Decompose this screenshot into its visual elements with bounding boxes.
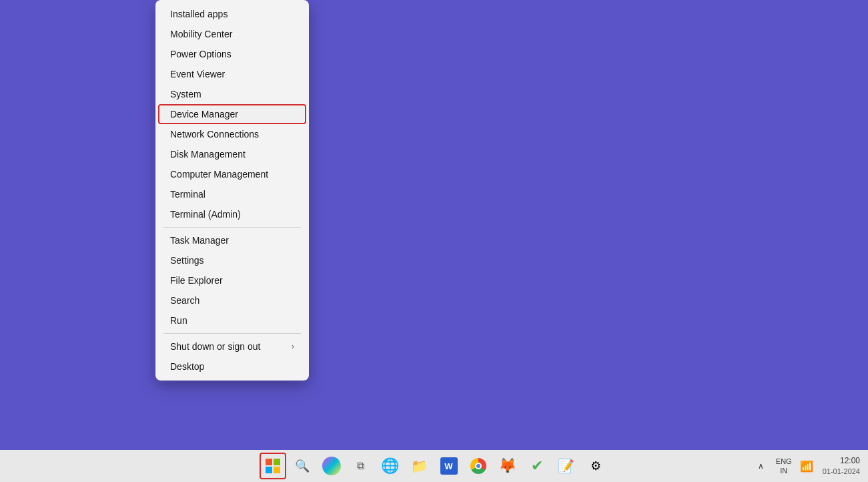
- menu-item-label-network-connections: Network Connections: [170, 129, 259, 140]
- menu-item-file-explorer[interactable]: File Explorer: [158, 270, 306, 290]
- menu-item-label-run: Run: [170, 315, 187, 326]
- ticktick-icon: ✔: [531, 457, 543, 475]
- show-hidden-icons-button[interactable]: ∧: [752, 454, 771, 478]
- taskbar: 🔍 ⧉ 🌐 📁 W 🦊: [0, 450, 868, 482]
- file-explorer-icon: 📁: [411, 458, 428, 474]
- clock-display[interactable]: 12:00 01-01-2024: [820, 454, 863, 478]
- menu-item-label-computer-management: Computer Management: [170, 169, 268, 180]
- menu-item-label-search: Search: [170, 295, 199, 306]
- taskbar-word[interactable]: W: [436, 453, 462, 479]
- notepad-icon: 📝: [558, 458, 574, 474]
- menu-item-terminal-admin[interactable]: Terminal (Admin): [158, 204, 306, 224]
- submenu-arrow-icon: ›: [292, 342, 294, 351]
- menu-item-label-disk-management: Disk Management: [170, 149, 246, 160]
- menu-separator: [163, 333, 301, 334]
- menu-item-label-desktop: Desktop: [170, 361, 204, 372]
- search-icon: 🔍: [295, 459, 310, 473]
- time-text: 12:00: [823, 455, 860, 467]
- menu-item-settings[interactable]: Settings: [158, 250, 306, 270]
- wifi-icon: 📶: [800, 460, 813, 473]
- menu-item-label-system: System: [170, 89, 201, 99]
- taskbar-search-button[interactable]: 🔍: [289, 453, 316, 479]
- menu-item-shut-down-sign-out[interactable]: Shut down or sign out›: [158, 336, 306, 356]
- menu-item-label-power-options: Power Options: [170, 49, 232, 59]
- paint-app-icon: [322, 457, 341, 475]
- firefox-icon: 🦊: [498, 457, 516, 475]
- menu-item-label-mobility-center: Mobility Center: [170, 29, 232, 39]
- menu-item-installed-apps[interactable]: Installed apps: [158, 4, 306, 24]
- date-text: 01-01-2024: [823, 467, 860, 477]
- menu-item-system[interactable]: System: [158, 84, 306, 104]
- menu-item-label-installed-apps: Installed apps: [170, 9, 228, 19]
- menu-item-computer-management[interactable]: Computer Management: [158, 164, 306, 184]
- taskbar-ticktick[interactable]: ✔: [524, 453, 550, 479]
- windows-logo-icon: [266, 459, 280, 473]
- taskbar-virtual-desktop[interactable]: ⧉: [348, 453, 374, 479]
- language-indicator[interactable]: ENG IN: [775, 454, 793, 478]
- menu-item-search[interactable]: Search: [158, 290, 306, 310]
- wifi-button[interactable]: 📶: [797, 454, 816, 478]
- menu-item-mobility-center[interactable]: Mobility Center: [158, 24, 306, 44]
- context-menu: Installed appsMobility CenterPower Optio…: [155, 0, 309, 381]
- taskbar-firefox[interactable]: 🦊: [494, 453, 521, 479]
- menu-item-label-settings: Settings: [170, 255, 204, 266]
- taskbar-notepad[interactable]: 📝: [553, 453, 580, 479]
- menu-item-run[interactable]: Run: [158, 310, 306, 330]
- system-tray: ∧ ENG IN 📶 12:00 01-01-2024: [752, 454, 863, 478]
- word-icon: W: [440, 457, 458, 475]
- menu-item-label-device-manager: Device Manager: [170, 109, 238, 119]
- edge-icon: 🌐: [381, 457, 399, 475]
- taskbar-paint-icon[interactable]: [318, 453, 345, 479]
- taskbar-chrome[interactable]: [465, 453, 492, 479]
- chevron-up-icon: ∧: [758, 461, 764, 471]
- menu-item-label-event-viewer: Event Viewer: [170, 69, 225, 79]
- taskbar-edge[interactable]: 🌐: [377, 453, 404, 479]
- virtual-desktop-icon: ⧉: [357, 460, 364, 472]
- menu-item-network-connections[interactable]: Network Connections: [158, 124, 306, 144]
- start-button[interactable]: [260, 453, 286, 479]
- menu-item-label-file-explorer: File Explorer: [170, 275, 223, 286]
- language-text: ENG IN: [776, 457, 792, 476]
- taskbar-center: 🔍 ⧉ 🌐 📁 W 🦊: [260, 453, 609, 479]
- menu-item-desktop[interactable]: Desktop: [158, 356, 306, 377]
- menu-item-label-terminal-admin: Terminal (Admin): [170, 209, 241, 220]
- menu-item-label-terminal: Terminal: [170, 189, 205, 200]
- menu-item-label-shut-down-sign-out: Shut down or sign out: [170, 341, 260, 352]
- menu-separator: [163, 227, 301, 228]
- taskbar-settings[interactable]: ⚙: [582, 453, 609, 479]
- menu-item-disk-management[interactable]: Disk Management: [158, 144, 306, 164]
- menu-item-task-manager[interactable]: Task Manager: [158, 230, 306, 250]
- menu-item-power-options[interactable]: Power Options: [158, 44, 306, 64]
- gear-icon: ⚙: [590, 459, 601, 473]
- menu-item-terminal[interactable]: Terminal: [158, 184, 306, 204]
- menu-item-device-manager[interactable]: Device Manager: [158, 104, 306, 124]
- menu-item-label-task-manager: Task Manager: [170, 235, 229, 246]
- chrome-icon: [470, 458, 486, 474]
- menu-item-event-viewer[interactable]: Event Viewer: [158, 64, 306, 84]
- taskbar-file-explorer[interactable]: 📁: [406, 453, 433, 479]
